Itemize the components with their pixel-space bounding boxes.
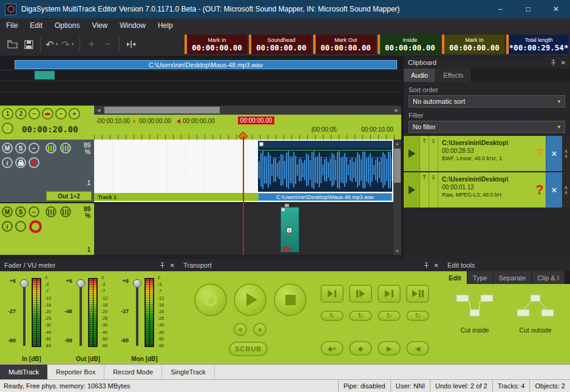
marker-1-button[interactable]: 1 [2,108,13,120]
timeline-ruler[interactable]: -00:00:10.00 00:00:00.00 00:00:00.00 00:… [94,115,401,140]
track2-meter2-button[interactable] [60,206,71,217]
menu-help[interactable]: Help [152,19,179,32]
menu-file[interactable]: File [0,19,24,32]
vertical-scrollbar[interactable]: ▲ ▼ [393,140,401,255]
pan-envelope-line[interactable] [258,157,392,158]
forward-button[interactable]: » [253,323,266,336]
record-button[interactable] [194,283,227,316]
clip-handle[interactable] [259,142,263,146]
audio-clip[interactable] [258,141,392,192]
fader-track[interactable] [134,279,141,346]
track2-meter-button[interactable] [46,206,56,217]
scrollbar-thumb[interactable] [394,149,401,183]
cut-outside-tool[interactable]: Cut outside [509,291,562,334]
mark-in-marker-icon[interactable] [133,119,137,124]
play-selection-button[interactable] [378,285,401,303]
menu-options[interactable]: Options [49,19,86,32]
track2-minimize-button[interactable]: − [29,206,39,217]
clip-corner-handle[interactable] [282,208,285,211]
scrollbar-track[interactable] [103,107,392,113]
tab-edit[interactable]: Edit [443,271,467,284]
track1-lock-button[interactable] [15,157,26,168]
menu-view[interactable]: View [86,19,114,32]
tab-effects[interactable]: Effects [436,69,471,82]
track2-lock-button[interactable] [15,221,26,232]
move-up-control[interactable]: ∧ ∧ [562,136,570,171]
fader-knob[interactable] [20,279,29,288]
play-clip-button[interactable] [404,136,420,171]
snap-button[interactable] [123,36,139,53]
maximize-button[interactable]: □ [514,0,542,18]
tab-clip[interactable]: Clip & I [532,271,565,284]
pin-icon[interactable] [550,59,557,66]
zoom-in-button[interactable]: + [69,108,80,120]
scroll-down-icon[interactable]: ▼ [393,247,401,255]
scroll-left-icon[interactable]: ◀ [94,106,103,115]
loop-button[interactable]: ↻ [378,311,401,321]
audio-clip-small[interactable]: v [280,207,299,252]
prev-marker-button[interactable]: ◀ [406,341,429,356]
marker-2-button[interactable]: 2 [15,108,27,120]
sort-order-select[interactable]: No automatic sort ▼ [409,95,565,107]
fader-knob[interactable] [133,279,141,288]
track1-minimize-button[interactable]: − [29,143,39,154]
tab-reporter-box[interactable]: Reporter Box [47,365,104,379]
gain-envelope-line[interactable] [258,150,392,150]
close-panel-icon[interactable]: ✕ [434,262,439,269]
remove-marker-button[interactable]: − [29,108,40,120]
goto-marker-button[interactable]: ◀▶ [42,108,53,120]
fader-track[interactable] [77,279,84,346]
horizontal-scrollbar[interactable]: ◀ ▶ [94,106,401,115]
next-marker-button[interactable]: ▶ [378,341,401,356]
scroll-up-icon[interactable]: ▲ [393,140,401,147]
play-over-button[interactable] [406,285,429,303]
open-button[interactable] [5,36,21,53]
track1-name-bar[interactable]: Track 1 [94,193,258,201]
tab-audio[interactable]: Audio [404,69,436,82]
menu-edit[interactable]: Edit [24,19,49,32]
minimize-button[interactable]: – [486,0,514,18]
play-to-mark-button[interactable] [321,285,344,303]
loop-button[interactable]: ↻ [406,311,429,321]
tab-type[interactable]: Type [467,271,494,284]
zoom-out-button[interactable]: − [55,108,67,120]
add-marker-button[interactable]: ◆+ [321,341,344,356]
overview-clip-bar[interactable]: C:\Users\nin\Desktop\Maus-48.mp3.wav [15,60,397,69]
play-button[interactable] [234,283,266,316]
project-overview[interactable]: C:\Users\nin\Desktop\Maus-48.mp3.wav [0,56,401,106]
move-up-control[interactable]: ∧ ∧ [562,172,570,208]
play-clip-button[interactable] [404,172,420,208]
tab-separate[interactable]: Separate [494,271,532,284]
track2-mute-button[interactable]: M [2,206,13,217]
loop-button[interactable]: ↻ [321,311,344,321]
rewind-button[interactable]: « [234,323,247,336]
fader-track[interactable] [21,279,28,346]
scroll-right-icon[interactable]: ▶ [392,106,401,115]
remove-button[interactable]: − [100,36,115,53]
fade-handle[interactable]: v [287,228,292,233]
track1-meter2-button[interactable] [60,143,71,154]
marker-button[interactable]: ◆ [349,341,372,356]
tab-multitrack[interactable]: MultiTrack [0,365,47,379]
tab-singletrack[interactable]: SingleTrack [162,365,215,379]
track1-mute-button[interactable]: M [2,143,13,154]
stop-button[interactable] [274,283,307,316]
close-panel-icon[interactable]: ✕ [170,262,175,269]
scrub-button[interactable]: SCRUB [229,342,268,356]
undo-button[interactable]: ↶ ▼ [44,36,60,53]
audition-button[interactable]: ♪ [2,123,13,134]
redo-button[interactable]: ↷ ▼ [60,36,76,53]
remove-item-button[interactable]: ✕ [546,172,562,208]
save-button[interactable] [21,36,36,53]
clip-end-marker[interactable] [283,247,290,251]
fader-knob[interactable] [76,279,85,288]
loop-button[interactable]: ↻ [349,311,372,321]
close-panel-icon[interactable]: ✕ [561,59,566,66]
track1-record-button[interactable] [29,157,39,168]
cut-inside-tool[interactable]: Cut inside [448,291,501,334]
overview-clip-segment[interactable] [35,71,55,79]
menu-window[interactable]: Window [114,19,152,32]
track1-output-button[interactable]: Out 1÷2 [46,191,92,201]
track1-meter-button[interactable] [46,143,56,154]
mark-out-marker-icon[interactable] [177,119,180,124]
